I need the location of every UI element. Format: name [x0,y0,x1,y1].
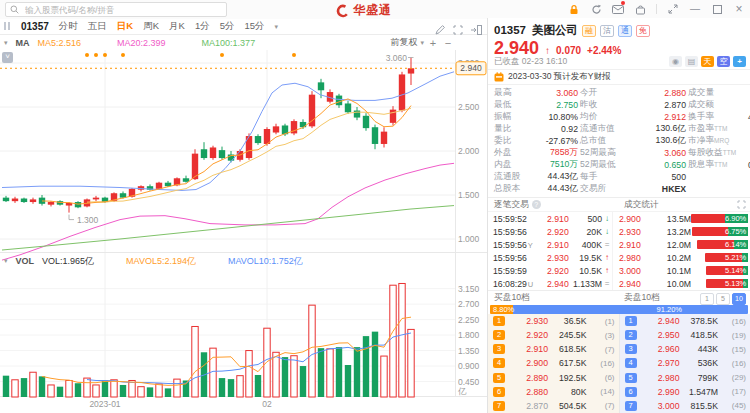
stock-search-box[interactable] [5,2,227,17]
lock-icon[interactable] [568,3,580,15]
market-status: 已收盘 02-23 16:10 [494,56,567,68]
tick-row: 15:59:592.92010.5K↑ [488,264,612,277]
level-badge: 1 [625,316,637,326]
search-icon [10,5,19,14]
quote-label: 换手率 [688,111,748,123]
tab-周K[interactable]: 周K [143,20,159,33]
tick-row: 15:59:562.92020K↓ [488,225,612,238]
level-badge: 5 [493,373,505,383]
stats-bar: 6.14% [697,240,748,249]
notification-dot [621,1,625,5]
search-input[interactable] [23,4,222,16]
ma-indicator-label[interactable]: MA [16,38,30,48]
stock-badge: 沽 [600,25,614,37]
zoom-in-button[interactable]: + [427,37,439,49]
maximize-button[interactable] [711,3,723,15]
level-badge: 1 [493,316,505,326]
buy-order-row[interactable]: 52.890192.5K(6) [488,371,619,385]
mail-icon[interactable] [612,3,624,15]
sell-order-row[interactable]: 42.970536K(16) [620,356,750,370]
kong-button[interactable]: 空 [717,56,730,67]
sell-order-list: 12.940378.5K(16)22.950418.5K(19)32.96044… [620,314,750,413]
quote-label: 股息率TTM [688,159,748,171]
sell-order-row[interactable]: 73.000815.5K(45) [620,399,750,413]
buy-order-list: 12.93036.5K(1)22.920245.5K(3)32.910618.5… [488,314,620,413]
candlestick-chart[interactable]: 3.0002.5002.0001.5001.0003.1502.7002.250… [0,50,487,413]
buy-order-row[interactable]: 72.870504.5K(7) [488,399,619,413]
buy-order-row[interactable]: 32.910618.5K(7) [488,342,619,356]
sell-order-row[interactable]: 32.960443K(15) [620,342,750,356]
help-icon[interactable]: ? [532,200,541,209]
volume-stats-title: 成交统计 [624,199,659,211]
gift-icon[interactable] [634,3,646,15]
stats-row: 2.90013.5M6.90% [613,212,750,225]
camera-icon[interactable]: ◉ [669,56,682,67]
collapse-caret-icon[interactable]: ▾ [4,39,8,47]
buy-order-row[interactable]: 62.88080K(14) [488,385,619,399]
earnings-event-row[interactable]: 2023-03-30 预计发布Y财报 [488,70,750,85]
add-button[interactable]: + [733,56,746,67]
vol-indicator-label[interactable]: VOL [16,256,35,266]
svg-text:3.060: 3.060 [386,53,408,63]
restore-icon[interactable] [667,3,679,15]
stock-name: 美图公司 [532,24,578,36]
depth-toggle-10[interactable]: 10 [732,293,746,305]
collapse-caret-icon[interactable]: ▾ [4,257,8,265]
minimize-button[interactable]: — [689,3,701,15]
stats-bar: 6.90% [691,214,748,223]
zoom-out-button[interactable]: − [442,37,454,49]
adjust-mode-control[interactable]: 前复权 ▾ + − [390,36,454,49]
buy-ratio-label: 8.80% [493,305,514,314]
chevron-down-icon[interactable]: ▾ [275,23,279,31]
tian-button[interactable]: 天 [701,56,714,67]
depth-toggle-5[interactable]: 5 [716,293,730,305]
depth-toggle-1[interactable]: 1 [700,293,714,305]
tab-15分[interactable]: 15分 [244,20,264,33]
refresh-icon[interactable] [590,3,602,15]
tick-trade-list: 15:59:522.910500↓15:59:562.92020K↓15:59:… [488,212,613,290]
quote-value: 2.750 [524,100,580,110]
adjust-label[interactable]: 前复权 [390,36,417,49]
quote-value: 2.880 [632,88,688,98]
sell-order-row[interactable]: 12.940378.5K(16) [620,314,750,328]
quote-value: 2.870 [632,100,688,110]
level-badge: 3 [625,344,637,354]
mavol10-value: MAVOL10:1.752亿 [228,255,303,268]
tab-五日[interactable]: 五日 [88,20,107,33]
sell-order-row[interactable]: 52.980799K(29) [620,371,750,385]
quote-value: 7858万 [524,147,580,159]
level-badge: 7 [493,401,505,411]
quote-grid: 最高3.060今开2.880成交量1.965亿最低2.750昨收2.870成交额… [488,85,750,198]
tab-分时[interactable]: 分时 [59,20,78,33]
sell-order-row[interactable]: 22.950418.5K(19) [620,328,750,342]
expand-icon[interactable] [737,200,746,211]
close-button[interactable]: × [733,3,745,15]
sell-order-row[interactable]: 62.9901.547M(17) [620,385,750,399]
svg-text:3.150: 3.150 [458,284,480,294]
buy-order-row[interactable]: 12.93036.5K(1) [488,314,619,328]
buy-order-row[interactable]: 42.900617.5K(16) [488,356,619,370]
drag-handle-icon[interactable] [4,21,11,33]
tab-月K[interactable]: 月K [169,20,185,33]
chart-mode-icon[interactable]: ▤ [685,56,698,67]
stats-bar: 5.21% [705,253,748,262]
title-bar: 华盛通 — × [0,0,750,20]
stock-header: 01357美图公司融沽通免 2.940 ↑ 0.070 +2.44% [488,18,750,55]
svg-text:1.000: 1.000 [458,234,480,244]
buy-sell-ratio-bar: 8.80% 91.20% [490,305,748,314]
mavol5-value: MAVOL5:2.194亿 [126,255,196,268]
tab-stock-code: 01357 [21,21,49,32]
stock-badge: 免 [636,25,650,37]
buy-order-row[interactable]: 22.920245.5K(3) [488,328,619,342]
chart-collapse-icon[interactable]: ˅ [2,52,13,63]
tab-日K[interactable]: 日K [117,20,133,33]
buy-levels-title: 买盘10档 [494,292,530,304]
svg-text:2.940: 2.940 [460,63,482,73]
svg-text:亿: 亿 [457,386,467,396]
tab-1分[interactable]: 1分 [195,20,210,33]
quote-value: 500 [632,172,688,182]
tab-5分[interactable]: 5分 [220,20,235,33]
level-badge: 5 [625,373,637,383]
quote-panel: 01357美图公司融沽通免 2.940 ↑ 0.070 +2.44% 已收盘 0… [487,18,750,413]
quote-value: HKEX [632,184,688,194]
